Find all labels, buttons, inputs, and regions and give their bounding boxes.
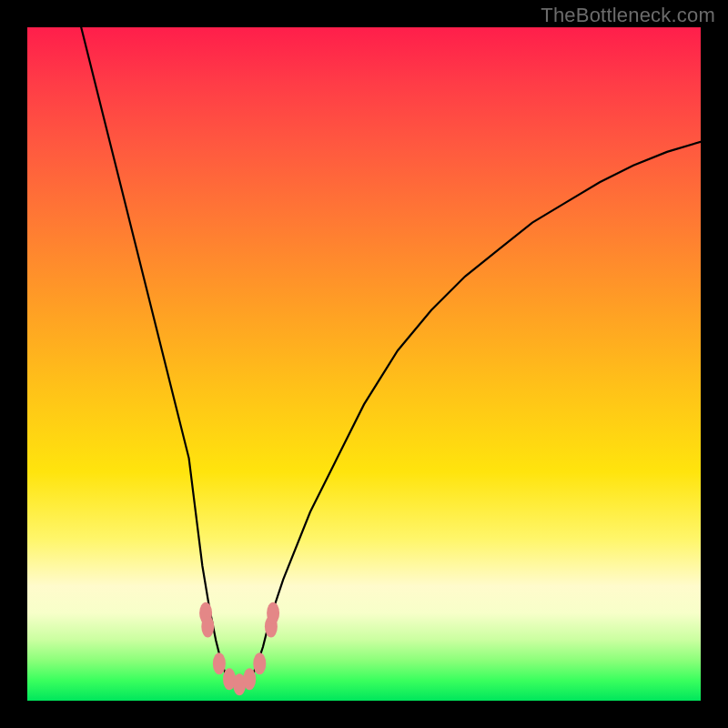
watermark-text: TheBottleneck.com <box>541 4 715 27</box>
curve-svg <box>27 27 701 701</box>
bottleneck-curve <box>81 27 701 687</box>
chart-frame: TheBottleneck.com <box>0 0 728 728</box>
curve-marker <box>267 602 279 624</box>
plot-area <box>27 27 701 701</box>
curve-markers <box>199 602 279 695</box>
curve-marker <box>213 652 226 674</box>
curve-marker <box>253 652 266 674</box>
curve-marker <box>201 616 214 638</box>
curve-marker <box>243 668 256 690</box>
